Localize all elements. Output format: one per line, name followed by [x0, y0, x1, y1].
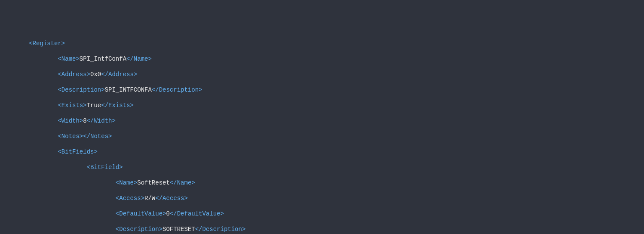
xml-tag: <Width> [58, 117, 83, 124]
code-line: <Address>0x0</Address> [0, 71, 644, 78]
code-line: <BitFields> [0, 148, 644, 156]
code-line: <Notes></Notes> [0, 132, 644, 140]
xml-tag: <DefaultValue> [116, 210, 166, 217]
xml-tag: <Access> [116, 195, 144, 202]
xml-tag: <Description> [116, 226, 163, 233]
xml-tag: <Description> [58, 86, 104, 93]
xml-tag: </Description> [152, 86, 202, 93]
xml-text: SPI_IntfConfA [80, 55, 126, 62]
xml-text: 0 [166, 210, 169, 217]
xml-tag: <Name> [116, 179, 137, 186]
xml-tag: </Width> [87, 117, 116, 124]
code-line: <Register> [0, 40, 644, 47]
code-line: <Access>R/W</Access> [0, 194, 644, 202]
code-line: <DefaultValue>0</DefaultValue> [0, 210, 644, 218]
code-line: <Exists>True</Exists> [0, 102, 644, 109]
code-editor[interactable]: <Register> <Name>SPI_IntfConfA</Name> <A… [0, 31, 644, 234]
xml-text: SPI_INTFCONFA [105, 86, 152, 93]
xml-tag: </Description> [195, 226, 246, 233]
code-line: <Name>SoftReset</Name> [0, 179, 644, 187]
xml-tag: <Exists> [58, 102, 86, 109]
xml-text: True [87, 102, 101, 109]
xml-tag: </Exists> [101, 102, 134, 109]
xml-tag: <Register> [29, 40, 65, 47]
xml-tag: </Notes> [83, 133, 112, 140]
code-line: <Description>SOFTRESET</Description> [0, 225, 644, 233]
xml-tag: <Notes> [58, 133, 83, 140]
xml-text: 0x0 [90, 71, 101, 78]
xml-tag: <BitField> [87, 164, 123, 171]
code-line: <Description>SPI_INTFCONFA</Description> [0, 86, 644, 94]
xml-text: SoftReset [137, 179, 170, 186]
xml-tag: </DefaultValue> [170, 210, 224, 217]
code-line: <Width>8</Width> [0, 117, 644, 125]
xml-text: R/W [144, 195, 155, 202]
xml-text: SOFTRESET [163, 226, 195, 233]
code-line: <Name>SPI_IntfConfA</Name> [0, 55, 644, 63]
xml-tag: <Address> [58, 71, 90, 78]
xml-tag: <BitFields> [58, 148, 97, 155]
xml-tag: </Address> [101, 71, 137, 78]
xml-tag: </Name> [126, 55, 152, 62]
xml-tag: </Access> [155, 195, 188, 202]
code-line: <BitField> [0, 163, 644, 171]
xml-tag: <Name> [58, 55, 79, 62]
xml-tag: </Name> [170, 179, 195, 186]
xml-text: 8 [83, 117, 86, 124]
